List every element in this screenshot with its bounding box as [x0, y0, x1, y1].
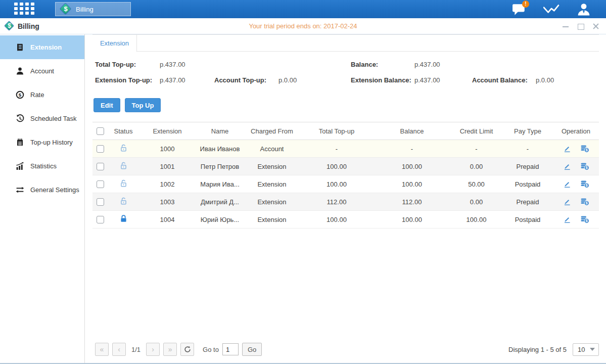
- table-header-row: Status Extension Name Charged From Total…: [92, 122, 599, 140]
- edit-row-icon[interactable]: [563, 145, 571, 153]
- extension-balance-label: Extension Balance:: [351, 76, 414, 84]
- taskbar-tab-billing[interactable]: $ Billing: [55, 2, 131, 16]
- edit-row-icon[interactable]: [563, 180, 571, 188]
- cell-name: Петр Петров: [196, 158, 244, 175]
- sidebar-item-account[interactable]: Account: [0, 59, 84, 83]
- sidebar-item-scheduled-task[interactable]: Scheduled Task: [0, 107, 84, 130]
- page-size-select[interactable]: 10: [573, 343, 599, 356]
- cell-total-topup: -: [300, 140, 374, 158]
- app-grid-icon[interactable]: [14, 3, 37, 16]
- general-settings-icon: [15, 186, 24, 195]
- maximize-button[interactable]: [577, 22, 585, 30]
- sidebar-item-extension[interactable]: Extension: [0, 35, 84, 59]
- displaying-text: Displaying 1 - 5 of 5: [508, 346, 567, 353]
- table-row: 1002 Мария Ива... Extension 100.00 100.0…: [92, 175, 599, 193]
- goto-page-input[interactable]: [222, 343, 239, 355]
- edit-row-icon[interactable]: [563, 162, 571, 170]
- row-checkbox[interactable]: [97, 216, 104, 223]
- account-icon: [15, 67, 24, 76]
- statistics-icon: [15, 162, 24, 171]
- cell-balance: 100.00: [374, 175, 450, 193]
- notification-badge: !: [522, 1, 529, 8]
- cell-balance: -: [374, 140, 450, 158]
- cell-credit-limit: -: [450, 140, 502, 158]
- go-button[interactable]: Go: [242, 343, 262, 356]
- first-page-button[interactable]: «: [95, 343, 109, 356]
- cell-charged-from: Extension: [244, 211, 300, 229]
- prev-page-button[interactable]: ‹: [112, 343, 126, 356]
- cell-pay-type: Prepaid: [502, 193, 553, 211]
- cell-total-topup: 112.00: [300, 193, 374, 211]
- select-all-checkbox[interactable]: [97, 127, 104, 135]
- tab-extension[interactable]: Extension: [92, 35, 137, 52]
- edit-button[interactable]: Edit: [94, 98, 120, 112]
- cell-name: Юрий Юрь...: [196, 211, 244, 229]
- status-unlocked-icon: [119, 179, 128, 188]
- svg-text:$: $: [585, 219, 587, 223]
- notifications-icon[interactable]: !: [511, 2, 527, 16]
- sidebar-item-label: Rate: [30, 91, 44, 99]
- action-buttons: Edit Top Up: [92, 98, 599, 112]
- tab-strip: Extension: [92, 34, 599, 52]
- balance-label: Balance:: [351, 61, 414, 68]
- topup-history-icon: [15, 138, 24, 147]
- trial-notice: Your trial period ends on: 2017-02-24: [0, 22, 606, 30]
- cell-balance: 100.00: [374, 211, 450, 229]
- taskbar-right: !: [511, 0, 592, 18]
- edit-row-icon[interactable]: [563, 198, 571, 206]
- cell-total-topup: 100.00: [300, 158, 374, 175]
- cell-credit-limit: 0.00: [450, 158, 502, 175]
- window-controls: [562, 18, 600, 34]
- user-icon[interactable]: [576, 2, 592, 16]
- account-topup-label: Account Top-up:: [214, 76, 278, 84]
- cell-pay-type: Prepaid: [502, 158, 553, 175]
- sidebar-item-general-settings[interactable]: General Settings: [0, 178, 84, 202]
- next-page-button[interactable]: ›: [146, 343, 160, 356]
- top-up-row-icon[interactable]: $: [580, 180, 589, 188]
- table-row: 1000 Иван Иванов Account - - - - $: [92, 140, 599, 158]
- col-balance: Balance: [374, 122, 450, 140]
- cell-extension: 1004: [139, 211, 196, 229]
- row-checkbox[interactable]: [97, 198, 104, 206]
- sidebar-item-statistics[interactable]: Statistics: [0, 154, 84, 178]
- row-checkbox[interactable]: [97, 180, 104, 188]
- extension-topup-value: p.437.00: [160, 76, 214, 84]
- edit-row-icon[interactable]: [563, 215, 571, 223]
- status-unlocked-icon: [119, 197, 128, 205]
- cell-balance: 100.00: [374, 158, 450, 175]
- person-icon: [577, 3, 590, 16]
- billing-title-icon: $: [4, 21, 15, 31]
- svg-text:$: $: [585, 166, 587, 170]
- last-page-button[interactable]: »: [163, 343, 177, 356]
- window-title: Billing: [18, 22, 39, 30]
- minimize-button[interactable]: [562, 22, 570, 30]
- svg-text:$: $: [585, 201, 587, 205]
- sidebar-item-label: General Settings: [30, 186, 79, 194]
- col-total-topup: Total Top-up: [300, 122, 374, 140]
- row-checkbox[interactable]: [97, 163, 104, 170]
- top-up-row-icon[interactable]: $: [580, 162, 589, 170]
- row-checkbox[interactable]: [97, 145, 104, 153]
- cell-credit-limit: 100.00: [450, 211, 502, 229]
- resource-monitor-icon[interactable]: [543, 2, 560, 16]
- cell-credit-limit: 0.00: [450, 193, 502, 211]
- top-up-row-icon[interactable]: $: [580, 198, 589, 206]
- cell-extension: 1000: [139, 140, 196, 158]
- col-pay-type: Pay Type: [502, 122, 553, 140]
- goto-label: Go to: [203, 346, 219, 353]
- cell-total-topup: 100.00: [300, 211, 374, 229]
- top-up-button[interactable]: Top Up: [125, 98, 161, 112]
- cell-name: Иван Иванов: [196, 140, 244, 158]
- col-status: Status: [108, 122, 139, 140]
- svg-text:$: $: [585, 184, 587, 188]
- total-topup-label: Total Top-up:: [95, 61, 160, 68]
- sidebar-item-rate[interactable]: $ Rate: [0, 83, 84, 107]
- extension-topup-label: Extension Top-up:: [95, 76, 160, 84]
- sidebar-item-label: Top-up History: [30, 139, 73, 146]
- close-button[interactable]: [592, 22, 600, 30]
- refresh-button[interactable]: [180, 343, 194, 356]
- sidebar-item-topup-history[interactable]: Top-up History: [0, 130, 84, 154]
- top-up-row-icon[interactable]: $: [580, 215, 589, 223]
- cell-extension: 1001: [139, 158, 196, 175]
- top-up-row-icon[interactable]: $: [580, 145, 589, 153]
